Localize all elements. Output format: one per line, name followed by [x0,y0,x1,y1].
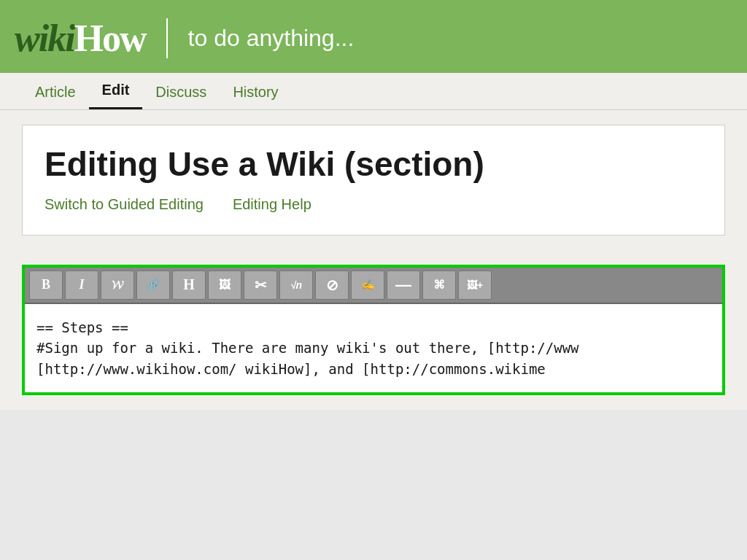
link-button[interactable]: 🔗 [136,271,170,300]
editing-help-link[interactable]: Editing Help [233,196,311,213]
image-button[interactable]: 🖼 [208,271,241,300]
site-header: wikiHow to do anything... [0,0,747,73]
editor-line-3: [http://www.wikihow.com/ wikiHow], and [… [36,359,711,380]
logo-wiki: wiki [15,18,74,59]
logo-how: How [74,18,146,59]
math-button[interactable]: √n [279,271,313,300]
page-title: Editing Use a Wiki (section) [44,146,703,183]
edit-links: Switch to Guided Editing Editing Help [44,196,703,213]
editor-wrapper: B I 𝓦 🔗 H 🖼 ✂ √n ⊘ ✍ — ⌘ 🖼+ == Steps == … [22,265,725,396]
heading-button[interactable]: H [172,271,206,300]
editor-textarea[interactable]: == Steps == #Sign up for a wiki. There a… [25,304,722,393]
gallery-button[interactable]: 🖼+ [458,271,492,300]
signature-button[interactable]: ✍ [351,271,384,300]
site-logo[interactable]: wikiHow [15,17,146,60]
tab-discuss[interactable]: Discuss [142,75,220,109]
site-tagline: to do anything... [188,25,355,52]
editor-line-1: == Steps == [36,317,711,338]
dash-button[interactable]: — [387,271,420,300]
switch-to-guided-link[interactable]: Switch to Guided Editing [44,196,204,213]
cut-button[interactable]: ✂ [244,271,277,300]
editor-toolbar: B I 𝓦 🔗 H 🖼 ✂ √n ⊘ ✍ — ⌘ 🖼+ [25,268,722,304]
bold-button[interactable]: B [29,271,63,300]
editor-line-2: #Sign up for a wiki. There are many wiki… [36,338,711,359]
tab-history[interactable]: History [220,75,291,109]
editor-section: B I 𝓦 🔗 H 🖼 ✂ √n ⊘ ✍ — ⌘ 🖼+ == Steps == … [0,265,747,411]
tab-edit[interactable]: Edit [89,73,143,109]
wikitext-button[interactable]: 𝓦 [101,271,134,300]
special-button[interactable]: ⌘ [422,271,456,300]
nowiki-button[interactable]: ⊘ [315,271,349,300]
header-divider [166,18,168,58]
nav-tabs: Article Edit Discuss History [0,73,747,110]
tab-article[interactable]: Article [22,75,89,109]
content-area: Editing Use a Wiki (section) Switch to G… [0,110,747,265]
italic-button[interactable]: I [65,271,98,300]
edit-box: Editing Use a Wiki (section) Switch to G… [22,125,725,236]
